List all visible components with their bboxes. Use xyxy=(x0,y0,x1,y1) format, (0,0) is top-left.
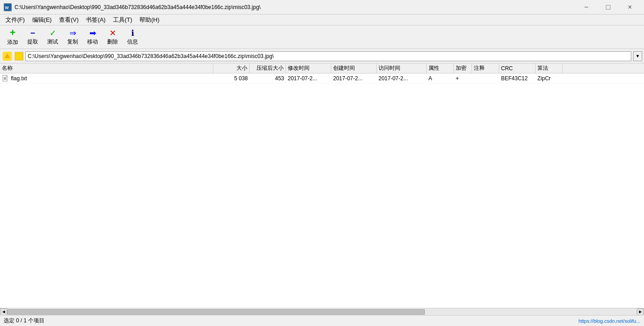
app-icon: W xyxy=(4,3,12,11)
folder-icon xyxy=(15,52,24,61)
menu-item-h[interactable]: 帮助(H) xyxy=(136,15,163,25)
column-header-comment[interactable]: 注释 xyxy=(472,63,499,73)
info-icon: ℹ xyxy=(131,28,134,37)
scrollbar-track[interactable] xyxy=(7,308,637,316)
file-compressed-cell: 453 xyxy=(250,73,286,83)
toolbar-extract-button[interactable]: −提取 xyxy=(24,27,42,47)
status-text: 选定 0 / 1 个项目 xyxy=(4,317,579,325)
file-accessed-cell: 2017-07-2... xyxy=(377,73,427,83)
column-header-encrypted[interactable]: 加密 xyxy=(454,63,472,73)
close-button[interactable]: × xyxy=(619,0,640,15)
column-header-attr[interactable]: 属性 xyxy=(427,63,454,73)
delete-icon: ✕ xyxy=(109,28,116,37)
menu-item-t[interactable]: 工具(T) xyxy=(109,15,136,25)
add-icon: + xyxy=(10,28,16,38)
file-name-text: flag.txt xyxy=(11,75,27,82)
nav-up-button[interactable] xyxy=(2,51,13,62)
column-header-method[interactable]: 算法 xyxy=(536,63,563,73)
toolbar-test-button[interactable]: ✓测试 xyxy=(44,27,62,47)
maximize-button[interactable]: □ xyxy=(598,0,619,15)
svg-text:W: W xyxy=(5,5,9,10)
column-header-name[interactable]: 名称 xyxy=(0,63,213,73)
toolbar-move-button[interactable]: ➡移动 xyxy=(84,27,102,47)
column-header-modified[interactable]: 修改时间 xyxy=(286,63,331,73)
scrollbar-thumb[interactable] xyxy=(7,309,425,315)
copy-icon: ⇒ xyxy=(69,28,76,37)
test-label: 测试 xyxy=(47,38,58,46)
status-url: https://blog.csdn.net/solifu... xyxy=(579,318,640,324)
menu-item-a[interactable]: 书签(A) xyxy=(82,15,109,25)
address-dropdown-button[interactable]: ▼ xyxy=(633,51,642,61)
toolbar: +添加−提取✓测试⇒复制➡移动✕删除ℹ信息 xyxy=(0,25,644,49)
file-list-body[interactable]: flag.txt5 0384532017-07-2...2017-07-2...… xyxy=(0,73,644,308)
test-icon: ✓ xyxy=(49,28,56,37)
file-comment-cell xyxy=(472,73,499,83)
file-name-cell: flag.txt xyxy=(0,73,213,83)
file-list-container: 名称大小压缩后大小修改时间创建时间访问时间属性加密注释CRC算法 flag.tx… xyxy=(0,63,644,308)
address-input[interactable] xyxy=(25,51,631,61)
file-encrypted-cell: + xyxy=(454,73,472,83)
horizontal-scrollbar[interactable]: ◀ ▶ xyxy=(0,308,644,315)
menu-bar: 文件(F)编辑(E)查看(V)书签(A)工具(T)帮助(H) xyxy=(0,15,644,25)
window-controls: − □ × xyxy=(576,0,640,15)
move-icon: ➡ xyxy=(89,28,96,37)
toolbar-add-button[interactable]: +添加 xyxy=(4,27,22,47)
column-header-crc[interactable]: CRC xyxy=(499,63,536,73)
scroll-left-button[interactable]: ◀ xyxy=(0,308,7,316)
file-created-cell: 2017-07-2... xyxy=(331,73,377,83)
status-bar: 选定 0 / 1 个项目 https://blog.csdn.net/solif… xyxy=(0,315,644,326)
file-method-cell: ZipCr xyxy=(536,73,563,83)
column-header-created[interactable]: 创建时间 xyxy=(331,63,377,73)
file-crc-cell: BEF43C12 xyxy=(499,73,536,83)
delete-label: 删除 xyxy=(107,38,118,46)
menu-item-e[interactable]: 编辑(E) xyxy=(29,15,55,25)
column-header-compressed[interactable]: 压缩后大小 xyxy=(250,63,286,73)
file-attr-cell: A xyxy=(427,73,454,83)
extract-icon: − xyxy=(30,28,35,37)
add-label: 添加 xyxy=(7,39,18,46)
column-header-size[interactable]: 大小 xyxy=(213,63,250,73)
menu-item-f[interactable]: 文件(F) xyxy=(2,15,29,25)
minimize-button[interactable]: − xyxy=(576,0,597,15)
extract-label: 提取 xyxy=(27,38,38,46)
title-bar: W C:\Users\Yangwenhao\Desktop\990_33ad34… xyxy=(0,0,644,15)
info-label: 信息 xyxy=(127,38,138,46)
window-title: C:\Users\Yangwenhao\Desktop\990_33ad346b… xyxy=(15,4,576,10)
address-bar: ▼ xyxy=(0,49,644,63)
toolbar-delete-button[interactable]: ✕删除 xyxy=(103,27,122,47)
toolbar-info-button[interactable]: ℹ信息 xyxy=(123,27,142,47)
file-list-header: 名称大小压缩后大小修改时间创建时间访问时间属性加密注释CRC算法 xyxy=(0,63,644,73)
toolbar-copy-button[interactable]: ⇒复制 xyxy=(64,27,82,47)
move-label: 移动 xyxy=(87,38,98,46)
copy-label: 复制 xyxy=(67,38,78,46)
file-modified-cell: 2017-07-2... xyxy=(286,73,331,83)
scroll-right-button[interactable]: ▶ xyxy=(637,308,644,316)
file-size-cell: 5 038 xyxy=(213,73,250,83)
column-header-accessed[interactable]: 访问时间 xyxy=(377,63,427,73)
file-type-icon xyxy=(2,75,9,82)
menu-item-v[interactable]: 查看(V) xyxy=(55,15,82,25)
table-row[interactable]: flag.txt5 0384532017-07-2...2017-07-2...… xyxy=(0,73,644,83)
